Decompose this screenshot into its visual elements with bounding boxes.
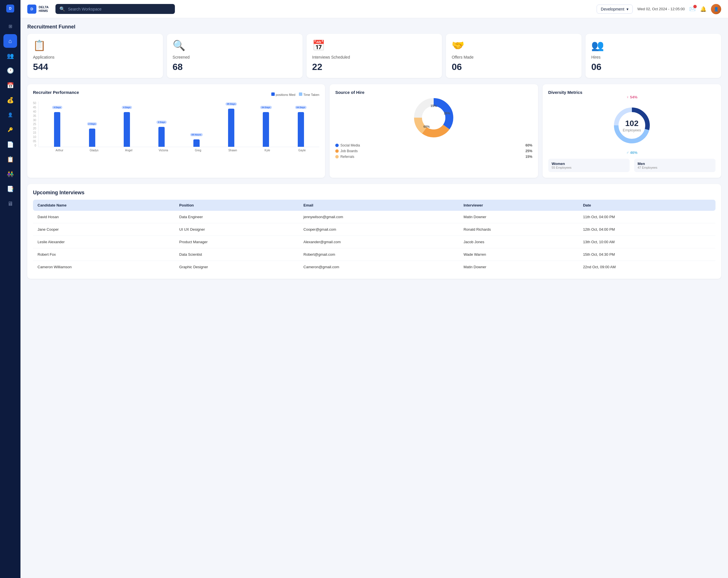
cell-email: Alexander@gmail.com (299, 236, 459, 248)
sidebar-item-people[interactable]: 👥 (3, 49, 17, 62)
upcoming-interviews-section: Upcoming Interviews Candidate NamePositi… (27, 184, 721, 279)
funnel-value: 544 (33, 62, 157, 72)
cell-interviewer: Wade Warren (459, 248, 578, 261)
source-of-hire-title: Source of Hire (335, 90, 365, 95)
funnel-label: Hires (591, 55, 716, 59)
cell-email: Cooper@gmail.com (299, 223, 459, 236)
bar-chart-y-axis: 50 45 40 35 30 25 20 15 10 05 0 (33, 102, 38, 147)
funnel-card-applications: 📋 Applications 544 (27, 34, 163, 78)
cell-date: 15th Oct, 04:30 PM (578, 248, 716, 261)
legend-job-boards: Job Boards 25% (335, 149, 532, 153)
bar-top-label: 04 Days (260, 106, 271, 109)
cell-email: Cameron@gmail.com (299, 261, 459, 273)
diversity-men-card: Men 47 Employees (634, 159, 716, 172)
svg-text:60%: 60% (423, 125, 430, 128)
content-area: Recruitment Funnel 📋 Applications 544 🔍 … (21, 18, 728, 578)
bar-top-label: 04 Days (295, 106, 307, 109)
mail-button[interactable]: ✉️ (689, 6, 696, 12)
search-bar[interactable]: 🔍 (55, 4, 175, 14)
funnel-icon: 🤝 (451, 40, 576, 51)
logo-icon: D (6, 4, 14, 12)
funnel-label: Screened (173, 55, 297, 59)
bell-button[interactable]: 🔔 (700, 6, 706, 12)
bar-group-arthur: 4 Days (54, 112, 60, 147)
table-row[interactable]: Robert FoxData ScientistRobert@gmail.com… (33, 248, 716, 261)
diversity-ring: 102 Employees (612, 105, 652, 145)
bar: 05 Hours (193, 140, 200, 147)
funnel-card-hires: 👥 Hires 06 (586, 34, 721, 78)
cell-position: Graphic Designer (175, 261, 299, 273)
search-icon: 🔍 (59, 6, 65, 12)
cell-interviewer: Jacob Jones (459, 236, 578, 248)
sidebar-item-clock[interactable]: 🕐 (3, 64, 17, 77)
diversity-legend: Women 55 Employees Men 47 Employees (548, 159, 716, 172)
legend-positions: positions filled (271, 93, 295, 96)
diversity-title: Diversity Metrics (548, 90, 582, 95)
sidebar-item-monitor[interactable]: 🖥 (3, 197, 17, 210)
sidebar-item-report[interactable]: 📋 (3, 152, 17, 166)
bell-icon: 🔔 (700, 6, 706, 12)
table-header-position: Position (175, 200, 299, 211)
table-row[interactable]: Leslie AlexanderProduct ManagerAlexander… (33, 236, 716, 248)
cell-date: 11th Oct, 04:00 PM (578, 211, 716, 223)
table-row[interactable]: David HosanData Engineerjennywilson@gmai… (33, 211, 716, 223)
chevron-down-icon: ▾ (626, 7, 628, 11)
sidebar-item-grid[interactable]: ⊞ (3, 19, 17, 33)
cell-name: David Hosan (33, 211, 175, 223)
table-header-date: Date (578, 200, 716, 211)
user-avatar[interactable]: 👤 (711, 4, 721, 14)
bar-group-kyle: 04 Days (263, 112, 269, 147)
bar-x-label: Victoria (158, 149, 169, 152)
bar-top-label: 4 Days (122, 106, 132, 109)
bar-top-label: 2 Days (87, 122, 97, 125)
bar-group-shawn: 05 Days (228, 109, 234, 147)
bar: 4 Days (54, 112, 60, 147)
bar-top-label: 2 Days (156, 121, 167, 124)
cell-interviewer: Matin Downer (459, 211, 578, 223)
diversity-center: 102 Employees (623, 119, 641, 132)
header-logo-icon: D (27, 4, 36, 14)
cell-name: Cameron Williamson (33, 261, 175, 273)
table-row[interactable]: Jane CooperUI UX DesignerCooper@gmail.co… (33, 223, 716, 236)
bar-group-gladys: 2 Days (89, 129, 95, 147)
table-row[interactable]: Cameron WilliamsonGraphic DesignerCamero… (33, 261, 716, 273)
logo-full: D DELTAHRMS (27, 4, 49, 14)
funnel-icon: 📋 (33, 40, 157, 51)
donut-svg: 15% 25% 60% (411, 95, 457, 141)
search-input[interactable] (68, 7, 171, 11)
bar-x-label: Greg (192, 149, 204, 152)
men-title: Men (638, 161, 712, 166)
bar-group-greg: 05 Hours (193, 140, 200, 147)
bar-x-label: Kyle (262, 149, 273, 152)
diversity-pct-row: ♀ 54% (626, 95, 637, 99)
table-header-candidate-name: Candidate Name (33, 200, 175, 211)
logo: D (4, 4, 17, 12)
sidebar-item-login[interactable]: 🔑 (3, 123, 17, 136)
diversity-count: 102 (623, 119, 641, 128)
diversity-women-card: Women 55 Employees (548, 159, 630, 172)
source-of-hire-card: Source of Hire (330, 84, 538, 178)
sidebar-item-document[interactable]: 📄 (3, 138, 17, 151)
header: D DELTAHRMS 🔍 Development ▾ Wed 02, Oct … (21, 0, 728, 18)
funnel-card-offers-made: 🤝 Offers Made 06 (446, 34, 581, 78)
svg-text:15%: 15% (431, 104, 437, 107)
bar-chart-bars: 4 Days 2 Days 4 Days 2 Days 05 Hours 05 … (38, 102, 319, 147)
sidebar-item-add-user[interactable]: 👤 (3, 108, 17, 122)
sidebar-item-file[interactable]: 📑 (3, 182, 17, 196)
male-pct-label: ♂ 46% (626, 150, 637, 155)
bar-legend: positions filled Time Taken (271, 93, 319, 96)
sidebar-nav: ⊞ ⌂ 👥 🕐 📅 💰 👤 🔑 📄 📋 👫 📑 🖥 (0, 19, 21, 210)
charts-row: Recruiter Performance positions filled T… (27, 84, 721, 178)
cell-date: 12th Oct, 04:00 PM (578, 223, 716, 236)
sidebar-item-home[interactable]: ⌂ (3, 34, 17, 48)
cell-name: Jane Cooper (33, 223, 175, 236)
cell-date: 13th Oct, 10:00 AM (578, 236, 716, 248)
bar-group-gayle: 04 Days (298, 112, 304, 147)
department-selector[interactable]: Development ▾ (597, 4, 633, 14)
sidebar-item-calendar[interactable]: 📅 (3, 78, 17, 92)
sidebar-item-payroll[interactable]: 💰 (3, 93, 17, 107)
sidebar-item-team[interactable]: 👫 (3, 167, 17, 181)
bar: 2 Days (89, 129, 95, 147)
recruiter-performance-card: Recruiter Performance positions filled T… (27, 84, 325, 178)
cell-position: Data Engineer (175, 211, 299, 223)
